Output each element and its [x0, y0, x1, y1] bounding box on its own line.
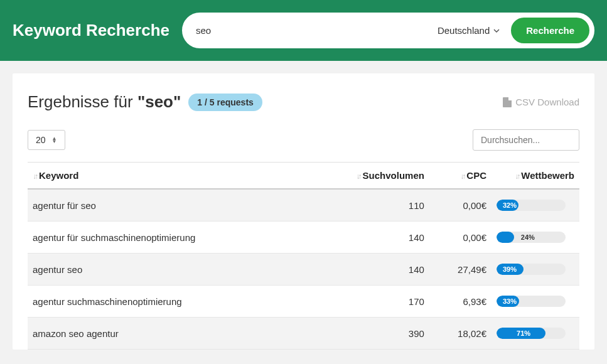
country-select[interactable]: Deutschland [427, 25, 510, 36]
filter-input[interactable] [473, 129, 579, 151]
cell-keyword: agentur suchmaschinenoptimierung [28, 286, 304, 318]
table-row: amazon seo agentur39018,02€71% [28, 318, 579, 350]
cell-competition: 32% [492, 189, 579, 222]
sort-icon: ↓↑ [33, 172, 36, 181]
table-row: agentur seo14027,49€39% [28, 254, 579, 286]
cell-competition: 71% [492, 318, 579, 350]
sort-icon: ↓↑ [515, 172, 518, 181]
cell-volume: 140 [304, 254, 429, 286]
requests-badge: 1 / 5 requests [188, 94, 262, 111]
table-row: agentur für seo1100,00€32% [28, 189, 579, 222]
competition-bar: 32% [497, 200, 566, 211]
results-title-wrap: Ergebnisse für "seo" 1 / 5 requests [28, 92, 262, 112]
cell-volume: 170 [304, 286, 429, 318]
cell-volume: 140 [304, 222, 429, 254]
col-volume[interactable]: ↓↑Suchvolumen [304, 163, 429, 190]
country-label: Deutschland [438, 25, 490, 36]
results-title: Ergebnisse für "seo" [28, 92, 181, 112]
cell-cpc: 18,02€ [429, 318, 492, 350]
col-keyword[interactable]: ↓↑Keyword [28, 163, 304, 190]
competition-label: 24% [516, 232, 535, 243]
csv-icon [503, 97, 512, 107]
competition-bar: 71% [497, 328, 566, 339]
csv-download-link[interactable]: CSV Download [503, 97, 579, 107]
results-table: ↓↑Keyword ↓↑Suchvolumen ↓↑CPC ↓↑Wettbewe… [28, 162, 579, 350]
competition-bar: 24% [497, 232, 566, 243]
content-panel: Ergebnisse für "seo" 1 / 5 requests CSV … [13, 73, 594, 350]
cell-keyword: agentur seo [28, 254, 304, 286]
competition-label: 32% [497, 200, 518, 211]
sort-icon: ↓↑ [460, 172, 464, 181]
table-controls: 20 ▲▼ [28, 129, 579, 151]
competition-label: 39% [497, 264, 524, 275]
page-size-value: 20 [36, 135, 46, 145]
cell-competition: 39% [492, 254, 579, 286]
sort-icon: ↓↑ [357, 172, 360, 181]
cell-competition: 24% [492, 222, 579, 254]
cell-competition: 33% [492, 286, 579, 318]
competition-bar: 33% [497, 296, 566, 307]
col-competition[interactable]: ↓↑Wettbewerb [492, 163, 579, 190]
cell-cpc: 0,00€ [429, 222, 492, 254]
updown-icon: ▲▼ [52, 137, 57, 143]
cell-cpc: 27,49€ [429, 254, 492, 286]
table-row: agentur suchmaschinenoptimierung1706,93€… [28, 286, 579, 318]
csv-label: CSV Download [515, 97, 579, 107]
competition-label: 71% [497, 328, 545, 339]
search-input[interactable] [196, 19, 427, 42]
results-title-keyword: "seo" [137, 92, 181, 111]
cell-cpc: 6,93€ [429, 286, 492, 318]
competition-label: 33% [497, 296, 519, 307]
cell-volume: 390 [304, 318, 429, 350]
competition-bar: 39% [497, 264, 566, 275]
table-row: agentur für suchmaschinenoptimierung1400… [28, 222, 579, 254]
cell-keyword: agentur für suchmaschinenoptimierung [28, 222, 304, 254]
competition-fill [497, 232, 514, 243]
page-size-select[interactable]: 20 ▲▼ [28, 130, 65, 150]
cell-cpc: 0,00€ [429, 189, 492, 222]
header: Keyword Recherche Deutschland Recherche [0, 0, 607, 61]
page-title: Keyword Recherche [13, 21, 169, 40]
search-bar: Deutschland Recherche [182, 13, 594, 48]
cell-keyword: amazon seo agentur [28, 318, 304, 350]
search-button[interactable]: Recherche [510, 16, 591, 45]
col-cpc[interactable]: ↓↑CPC [429, 163, 492, 190]
results-header: Ergebnisse für "seo" 1 / 5 requests CSV … [28, 92, 579, 112]
cell-volume: 110 [304, 189, 429, 222]
chevron-down-icon [493, 28, 500, 34]
results-title-prefix: Ergebnisse für [28, 92, 137, 111]
cell-keyword: agentur für seo [28, 189, 304, 222]
